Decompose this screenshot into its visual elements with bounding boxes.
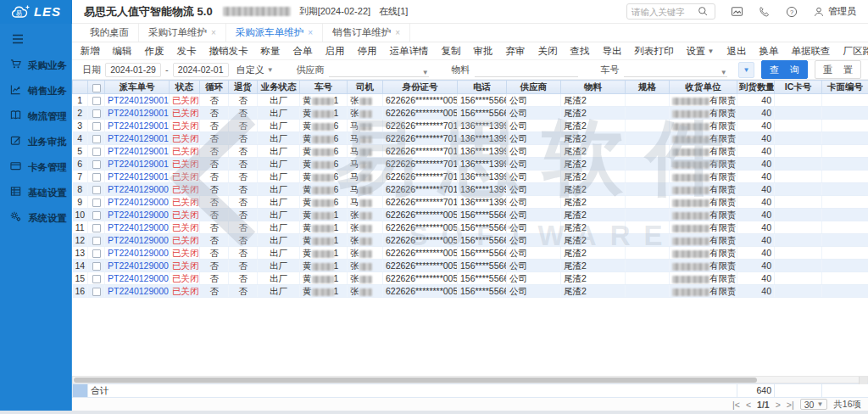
dispatch-order-link[interactable]: PT22401290008: [105, 196, 170, 209]
column-header[interactable]: 到货数量: [737, 81, 775, 94]
table-row[interactable]: 8 PT22401290009 已关闭 否 否 出厂 黄6 马 622626**…: [73, 183, 868, 196]
dispatch-order-link[interactable]: PT22401290016: [105, 94, 170, 107]
column-header[interactable]: 派车单号: [105, 81, 170, 94]
vehicle-select[interactable]: ▼: [624, 63, 727, 77]
page-size-select[interactable]: 30▼: [800, 399, 828, 410]
row-checkbox[interactable]: [92, 160, 101, 169]
tab[interactable]: 采购派车单维护 ×: [226, 24, 323, 42]
toolbar-button[interactable]: 导出: [596, 45, 628, 58]
table-row[interactable]: 10 PT22401290007 已关闭 否 否 出厂 黄1 张 622626*…: [73, 209, 868, 221]
help-icon[interactable]: ?: [786, 6, 798, 18]
table-row[interactable]: 7 PT22401290010 已关闭 否 否 出厂 黄6 马 622626**…: [73, 171, 868, 183]
tab[interactable]: 我的桌面: [81, 24, 139, 42]
message-icon[interactable]: [731, 5, 743, 18]
search-icon[interactable]: [698, 6, 709, 17]
dispatch-order-link[interactable]: PT22401290014: [105, 120, 170, 132]
sidebar-item-book[interactable]: 物流管理: [0, 104, 71, 129]
toolbar-button[interactable]: 编辑: [106, 45, 138, 58]
column-header[interactable]: 规格: [626, 81, 670, 94]
dispatch-order-link[interactable]: PT22401290007: [105, 209, 170, 221]
toolbar-button[interactable]: 厂区路线图: [837, 45, 868, 58]
toolbar-button[interactable]: 运单详情: [383, 45, 435, 58]
row-checkbox[interactable]: [92, 148, 101, 156]
toolbar-button[interactable]: 新增: [74, 45, 106, 58]
table-row[interactable]: 9 PT22401290008 已关闭 否 否 出厂 黄6 马 622626**…: [73, 196, 868, 209]
toolbar-button[interactable]: 复制: [435, 45, 467, 58]
table-row[interactable]: 11 PT22401290006 已关闭 否 否 出厂 黄1 张 622626*…: [73, 221, 868, 234]
row-checkbox[interactable]: [92, 199, 101, 207]
column-header[interactable]: 退货: [229, 81, 258, 94]
column-header[interactable]: 电话: [458, 81, 507, 94]
material-input[interactable]: [475, 63, 578, 77]
table-row[interactable]: 13 PT22401290004 已关闭 否 否 出厂 黄1 张 622626*…: [73, 247, 868, 260]
toolbar-button[interactable]: 设置 ▼: [680, 45, 721, 58]
table-row[interactable]: 1 PT22401290016 已关闭 否 否 出厂 黄1 张 622626**…: [73, 94, 868, 107]
toolbar-button[interactable]: 查找: [564, 45, 596, 58]
last-page-button[interactable]: >|: [787, 400, 794, 410]
toolbar-button[interactable]: 作废: [138, 45, 170, 58]
menu-toggle-icon[interactable]: [0, 24, 71, 53]
prev-page-button[interactable]: <: [746, 400, 751, 410]
column-header[interactable]: 状态: [170, 81, 200, 94]
table-row[interactable]: 16 PT22401290001 已关闭 否 否 出厂 黄1 张 622626*…: [73, 285, 868, 298]
toolbar-button[interactable]: 撤销发卡: [203, 45, 254, 58]
column-header[interactable]: 卡面编号: [822, 81, 868, 94]
column-header[interactable]: 业务状态: [258, 81, 300, 94]
horizontal-scrollbar[interactable]: [72, 376, 868, 383]
toolbar-button[interactable]: 单据联查: [785, 45, 837, 58]
row-checkbox[interactable]: [92, 288, 101, 296]
tab[interactable]: 采购订单维护 ×: [139, 24, 226, 42]
sidebar-item-grid[interactable]: 基础设置: [0, 180, 71, 205]
dispatch-order-link[interactable]: PT22401290003: [105, 260, 170, 272]
select-all-checkbox[interactable]: [92, 84, 101, 92]
query-button[interactable]: 查 询: [761, 60, 808, 79]
table-row[interactable]: 5 PT22401290012 已关闭 否 否 出厂 黄6 马 622626**…: [73, 145, 868, 158]
row-checkbox[interactable]: [92, 249, 101, 258]
user-menu[interactable]: 管理员: [813, 5, 856, 18]
search-input[interactable]: [632, 7, 698, 17]
row-checkbox[interactable]: [92, 186, 101, 194]
expand-filters-button[interactable]: ▼: [738, 62, 754, 78]
dispatch-order-link[interactable]: PT22401290011: [105, 158, 170, 171]
dispatch-order-link[interactable]: PT22401290002: [105, 272, 170, 285]
toolbar-button[interactable]: 换单: [753, 45, 785, 58]
row-checkbox[interactable]: [92, 97, 101, 105]
date-mode-select[interactable]: 自定义▼: [236, 64, 274, 76]
row-checkbox[interactable]: [92, 173, 101, 182]
row-checkbox[interactable]: [92, 262, 101, 271]
table-row[interactable]: 6 PT22401290011 已关闭 否 否 出厂 黄6 马 622626**…: [73, 158, 868, 171]
table-row[interactable]: 3 PT22401290014 已关闭 否 否 出厂 黄6 马 622626**…: [73, 120, 868, 132]
table-row[interactable]: 14 PT22401290003 已关闭 否 否 出厂 黄1 张 622626*…: [73, 260, 868, 272]
row-checkbox[interactable]: [92, 237, 101, 245]
column-header[interactable]: 司机: [348, 81, 383, 94]
close-tab-icon[interactable]: ×: [211, 28, 216, 37]
table-row[interactable]: 12 PT22401290005 已关闭 否 否 出厂 黄1 张 622626*…: [73, 234, 868, 247]
sidebar-item-gear[interactable]: 系统设置: [0, 205, 71, 231]
sidebar-item-card[interactable]: 卡务管理: [0, 154, 71, 180]
first-page-button[interactable]: |<: [732, 400, 740, 410]
column-header[interactable]: 供应商: [507, 81, 561, 94]
supplier-select[interactable]: ▼: [329, 63, 429, 77]
global-search[interactable]: [626, 3, 715, 20]
column-header[interactable]: 身份证号: [383, 81, 458, 94]
date-from-input[interactable]: [105, 63, 161, 77]
dispatch-order-link[interactable]: PT22401290001: [105, 285, 170, 298]
toolbar-button[interactable]: 退出: [721, 45, 753, 58]
row-checkbox[interactable]: [92, 211, 101, 220]
dispatch-order-link[interactable]: PT22401290004: [105, 247, 170, 260]
table-row[interactable]: 2 PT22401290015 已关闭 否 否 出厂 黄1 张 622626**…: [73, 107, 868, 120]
toolbar-button[interactable]: 启用: [319, 45, 351, 58]
dispatch-order-link[interactable]: PT22401290009: [105, 183, 170, 196]
toolbar-button[interactable]: 称量: [254, 45, 287, 58]
phone-icon[interactable]: [759, 6, 771, 18]
reset-button[interactable]: 重 置: [815, 60, 861, 79]
row-checkbox[interactable]: [92, 275, 101, 283]
close-tab-icon[interactable]: ×: [395, 28, 400, 37]
toolbar-button[interactable]: 列表打印: [628, 45, 680, 58]
dispatch-order-link[interactable]: PT22401290006: [105, 221, 170, 234]
toolbar-button[interactable]: 合单: [287, 45, 319, 58]
column-header[interactable]: 收货单位: [670, 81, 737, 94]
sidebar-item-chart[interactable]: 销售业务: [0, 78, 71, 104]
toolbar-button[interactable]: 关闭: [531, 45, 564, 58]
table-row[interactable]: 4 PT22401290013 已关闭 否 否 出厂 黄6 马 622626**…: [73, 132, 868, 145]
